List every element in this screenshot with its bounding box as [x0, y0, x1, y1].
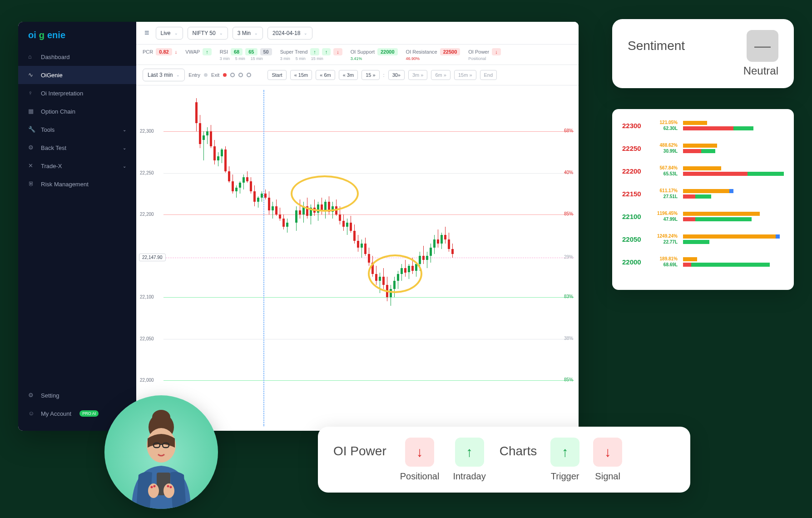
sentiment-neutral-icon: —	[747, 30, 778, 62]
symbol-dropdown[interactable]: NIFTY 50⌄	[188, 27, 228, 40]
vwap-indicator: VWAP↑	[185, 48, 212, 55]
label: Dashboard	[41, 54, 70, 60]
main: ≡ Live⌄ NIFTY 50⌄ 3 Min⌄ 2024-04-18⌄ PCR…	[136, 22, 579, 431]
pcr-value: 0.82	[156, 48, 172, 55]
last-dropdown[interactable]: Last 3 min⌄	[143, 69, 185, 81]
wrench-icon: 🔧	[28, 126, 35, 133]
supertrend-indicator: Super Trend↑↑↓ 3 min5 min15 min	[280, 48, 342, 61]
fwd-3m-button[interactable]: 3m »	[408, 70, 427, 80]
sidebar-item-backtest[interactable]: ⚙Back Test⌄	[18, 139, 136, 157]
value: 22500	[440, 48, 460, 55]
svg-point-10	[153, 485, 156, 488]
label: Super Trend	[280, 49, 308, 55]
charts-label: Charts	[500, 438, 537, 458]
oi-row: 22000189.81%68.69L	[622, 256, 784, 267]
oi-values: 189.81%68.69L	[653, 256, 678, 267]
gear-icon: ⚙	[28, 144, 35, 151]
sidebar-item-setting[interactable]: ⚙Setting	[18, 386, 136, 404]
oi-strike: 22300	[622, 122, 648, 130]
circle-icon	[230, 73, 235, 77]
svg-point-1	[152, 410, 170, 424]
arrow-down-icon: ↓	[175, 49, 178, 55]
back-15m-button[interactable]: « 15m	[290, 70, 312, 80]
signal-col: ↓Signal	[593, 438, 622, 482]
rsi-3m: 68	[231, 48, 243, 55]
sidebar-item-oi-interpretation[interactable]: ♀Oi Interpretation	[18, 84, 136, 102]
svg-point-9	[151, 486, 153, 488]
logo-genie: enie	[47, 30, 65, 40]
sidebar-item-dashboard[interactable]: ⌂Dashboard	[18, 48, 136, 66]
sidebar-item-tools[interactable]: 🔧Tools⌄	[18, 120, 136, 139]
hamburger-icon[interactable]: ≡	[143, 26, 151, 40]
oi-bars	[683, 121, 784, 130]
price-tag: 22,147.90	[139, 254, 166, 261]
nav: ⌂Dashboard ∿OiGenie ♀Oi Interpretation ▦…	[18, 48, 136, 386]
label: Trade-X	[41, 163, 62, 169]
circle-icon	[247, 73, 251, 77]
label: My Account	[41, 410, 71, 417]
level-line	[163, 297, 574, 298]
intraday-col: ↑Intraday	[453, 438, 485, 482]
end-button[interactable]: End	[480, 70, 497, 80]
app-window: oigenie ⌂Dashboard ∿OiGenie ♀Oi Interpre…	[18, 22, 579, 431]
rsi-indicator: RSI686550 3 min5 min15 min	[220, 48, 272, 61]
y-tick: 22,100	[140, 294, 154, 299]
label: Option Chain	[41, 108, 75, 115]
chart[interactable]: 22,30022,25022,20022,15022,10022,05022,0…	[136, 85, 579, 431]
level-pct: 83%	[564, 294, 573, 299]
sidebar: oigenie ⌂Dashboard ∿OiGenie ♀Oi Interpre…	[18, 22, 136, 431]
value: ↓	[492, 48, 501, 55]
sentiment-value: Neutral	[743, 65, 778, 77]
sentiment-title: Sentiment	[628, 39, 685, 53]
label: Signal	[595, 471, 620, 482]
trigger-col: ↑Trigger	[550, 438, 579, 482]
rsi-5m: 65	[245, 48, 257, 55]
fwd-6m-button[interactable]: 6m »	[431, 70, 450, 80]
oi-values: 611.17%27.51L	[653, 188, 678, 199]
sidebar-item-tradex[interactable]: ✕Trade-X⌄	[18, 157, 136, 175]
label: Setting	[41, 392, 59, 399]
timeframe-dropdown[interactable]: 3 Min⌄	[233, 27, 263, 40]
oi-bars	[683, 189, 784, 199]
annotation-circle	[368, 254, 422, 293]
oi-bars	[683, 144, 784, 153]
power-card: OI Power ↓Positional ↑Intraday Charts ↑T…	[318, 427, 690, 493]
oi-values: 121.05%62.30L	[653, 120, 678, 131]
label: NIFTY 50	[193, 30, 216, 36]
oi-values: 567.84%65.53L	[653, 165, 678, 176]
exit-label: Exit	[211, 72, 219, 78]
chevron-down-icon: ⌄	[254, 31, 258, 35]
y-tick: 22,250	[140, 170, 154, 175]
fwd-15m-button[interactable]: 15m »	[454, 70, 476, 80]
date-dropdown[interactable]: 2024-04-18⌄	[267, 27, 312, 40]
label: OiGenie	[41, 72, 63, 79]
oi-row: 22200567.84%65.53L	[622, 165, 784, 176]
label: Live	[161, 30, 171, 36]
chevron-down-icon: ⌄	[123, 145, 126, 150]
sidebar-item-risk[interactable]: ⛨Risk Management	[18, 175, 136, 193]
label: VWAP	[185, 49, 200, 55]
fwd-15-button[interactable]: 15 »	[361, 70, 379, 80]
oi-bars	[683, 166, 784, 176]
start-button[interactable]: Start	[267, 70, 286, 80]
oi-resistance-indicator: OI Resistance22500 46.90%	[406, 48, 460, 61]
level-line	[163, 380, 574, 381]
logo-oi: oi	[28, 30, 36, 40]
label: RSI	[220, 49, 228, 55]
chevron-down-icon: ⌄	[123, 127, 126, 132]
level-line	[163, 214, 574, 215]
back-6m-button[interactable]: « 6m	[316, 70, 335, 80]
live-dropdown[interactable]: Live⌄	[156, 27, 183, 40]
logo: oigenie	[18, 30, 136, 48]
st-15m: ↓	[333, 48, 342, 55]
label: 3 Min	[238, 30, 251, 36]
back-3m-button[interactable]: « 3m	[339, 70, 358, 80]
sidebar-item-option-chain[interactable]: ▦Option Chain	[18, 102, 136, 120]
sentiment-card: Sentiment — Neutral	[612, 19, 794, 88]
oi-strike: 22050	[622, 235, 648, 243]
label: Risk Management	[41, 181, 89, 188]
sidebar-item-oigenie[interactable]: ∿OiGenie	[18, 66, 136, 84]
fwd-30-button[interactable]: 30»	[388, 70, 405, 80]
pulse-icon: ∿	[28, 71, 35, 79]
oi-strike: 22200	[622, 167, 648, 175]
